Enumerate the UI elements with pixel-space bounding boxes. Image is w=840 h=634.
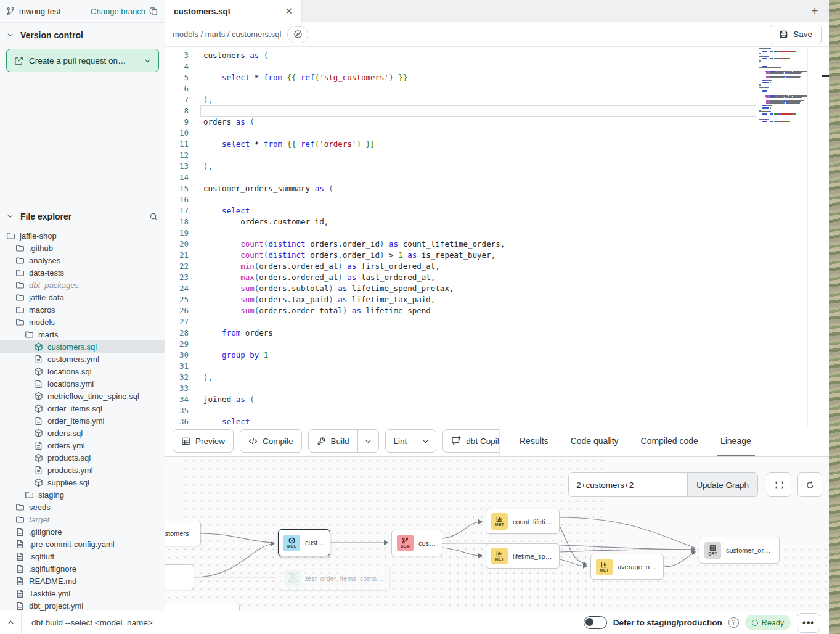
code-line-27[interactable]: 27	[165, 316, 759, 327]
lineage-node-lifetime_spend_pretax[interactable]: METlifetime_spend_pretax	[486, 543, 560, 569]
tree-item-marts[interactable]: marts	[0, 328, 165, 340]
code-line-6[interactable]: 6	[165, 83, 759, 94]
help-icon[interactable]: ?	[728, 617, 739, 628]
code-line-29[interactable]: 29	[165, 339, 759, 350]
tree-item-locations.yml[interactable]: locations.yml	[0, 377, 165, 390]
code-line-19[interactable]: 19	[165, 228, 759, 239]
tab-code-quality[interactable]: Code quality	[571, 426, 619, 456]
save-button[interactable]: Save	[770, 25, 822, 44]
more-options-button[interactable]: •••	[797, 613, 820, 633]
tree-item-seeds[interactable]: seeds	[0, 501, 165, 513]
code-line-11[interactable]: 11 select * from {{ ref('orders') }}	[165, 139, 759, 150]
dbt-command-input[interactable]: dbt build --select <model_name>	[31, 618, 584, 627]
lineage-node-part[interactable]	[165, 603, 240, 611]
fullscreen-button[interactable]	[767, 472, 791, 497]
lint-button[interactable]: Lint	[385, 429, 437, 453]
lineage-node-stg_customers[interactable]: stg_customers	[165, 521, 201, 546]
create-pr-button[interactable]: Create a pull request on Git...	[6, 49, 159, 72]
refresh-button[interactable]	[797, 472, 822, 497]
code-line-26[interactable]: 26 sum(orders.order_total) as lifetime_s…	[165, 305, 759, 316]
compile-button[interactable]: Compile	[240, 429, 302, 453]
code-line-25[interactable]: 25 sum(orders.tax_paid) as lifetime_tax_…	[165, 294, 759, 305]
tree-item-Taskfile.yml[interactable]: Taskfile.yml	[0, 587, 165, 599]
tab-results[interactable]: Results	[520, 426, 548, 456]
tree-item-data-tests[interactable]: data-tests	[0, 266, 165, 279]
chevron-down-icon[interactable]	[6, 212, 15, 221]
tree-item-customers.yml[interactable]: customers.yml	[0, 353, 165, 365]
minimap[interactable]	[759, 48, 807, 123]
tab-lineage[interactable]: Lineage	[720, 426, 751, 456]
scrollbar-thumb[interactable]	[822, 75, 829, 77]
tree-item-dbt_project.yml[interactable]: dbt_project.yml	[0, 599, 165, 611]
code-line-33[interactable]: 33	[165, 383, 759, 394]
tree-item-.sqlfluff[interactable]: .sqlfluff	[0, 550, 165, 562]
build-dropdown-caret[interactable]	[357, 430, 378, 452]
tree-item-customers.sql[interactable]: customers.sql	[0, 340, 165, 353]
tree-item-orders.sql[interactable]: orders.sql	[0, 427, 165, 439]
pr-dropdown-caret[interactable]	[136, 49, 158, 72]
tree-item-order_items.yml[interactable]: order_items.yml	[0, 414, 165, 427]
code-line-24[interactable]: 24 sum(orders.subtotal) as lifetime_spen…	[165, 283, 759, 294]
change-branch-link[interactable]: Change branch	[91, 7, 145, 16]
search-icon[interactable]	[149, 212, 158, 221]
update-graph-button[interactable]: Update Graph	[687, 473, 757, 496]
lineage-selector-input[interactable]	[569, 473, 687, 496]
tree-item-models[interactable]: models	[0, 316, 165, 328]
tree-item-target[interactable]: target	[0, 513, 165, 525]
expand-terminal-caret-icon[interactable]	[0, 611, 22, 634]
code-line-4[interactable]: 4	[165, 61, 759, 72]
code-line-34[interactable]: 34joined as (	[165, 394, 759, 405]
tree-item-.gitignore[interactable]: .gitignore	[0, 525, 165, 538]
lineage-node-customer_order_metrics[interactable]: QRYcustomer_order_metrics	[699, 537, 780, 564]
code-line-12[interactable]: 12	[165, 150, 759, 161]
lineage-node-customers[interactable]: SEMcustomers	[391, 530, 442, 556]
tree-item-staging[interactable]: staging	[0, 488, 165, 501]
lineage-node-test_order_items_compute_to_bools...[interactable]: TSTtest_order_items_compute_to_bools...	[279, 566, 390, 591]
code-line-16[interactable]: 16	[165, 194, 759, 205]
tree-item-analyses[interactable]: analyses	[0, 254, 165, 266]
tree-item-README.md[interactable]: README.md	[0, 575, 165, 587]
tree-item-dbt_packages[interactable]: dbt_packages	[0, 279, 165, 291]
code-line-8[interactable]: 8	[165, 105, 759, 117]
tree-item-metricflow_time_spine.sql[interactable]: metricflow_time_spine.sql	[0, 390, 165, 402]
lineage-canvas[interactable]: Update Graph stg_customersordersMDLcusto…	[165, 456, 829, 611]
code-line-32[interactable]: 32),	[165, 372, 759, 383]
build-button[interactable]: Build	[308, 429, 379, 453]
code-line-15[interactable]: 15customer_orders_summary as (	[165, 183, 759, 194]
code-line-3[interactable]: 3customers as (	[165, 50, 759, 61]
new-tab-button[interactable]: +	[808, 4, 822, 18]
tree-item-orders.yml[interactable]: orders.yml	[0, 439, 165, 451]
copy-icon[interactable]	[149, 7, 158, 16]
code-line-31[interactable]: 31	[165, 361, 759, 372]
lint-dropdown-caret[interactable]	[415, 430, 436, 452]
code-line-35[interactable]: 35	[165, 405, 759, 416]
tree-item-locations.sql[interactable]: locations.sql	[0, 365, 165, 377]
tree-item-order_items.sql[interactable]: order_items.sql	[0, 402, 165, 414]
code-line-28[interactable]: 28 from orders	[165, 327, 759, 339]
editor-scrollbar[interactable]	[807, 47, 829, 426]
tree-item-macros[interactable]: macros	[0, 303, 165, 316]
code-line-30[interactable]: 30 group by 1	[165, 350, 759, 361]
code-line-10[interactable]: 10	[165, 128, 759, 139]
tree-item-jaffle-shop[interactable]: jaffle-shop	[0, 229, 165, 242]
tree-item-products.yml[interactable]: products.yml	[0, 464, 165, 476]
lineage-node-customers[interactable]: MDLcustomers	[278, 529, 330, 556]
code-line-21[interactable]: 21 count(distinct orders.order_id) > 1 a…	[165, 250, 759, 261]
docs-compass-icon[interactable]	[287, 26, 308, 43]
code-line-17[interactable]: 17 select	[165, 205, 759, 216]
code-line-7[interactable]: 7),	[165, 94, 759, 105]
tree-item-jaffle-data[interactable]: jaffle-data	[0, 291, 165, 303]
tree-item-.pre-commit-config.yaml[interactable]: .pre-commit-config.yaml	[0, 538, 165, 550]
code-editor[interactable]: 3customers as (45 select * from {{ ref('…	[165, 47, 829, 426]
tree-item-.sqlfluffignore[interactable]: .sqlfluffignore	[0, 562, 165, 575]
tab-customers-sql[interactable]: customers.sql ✕	[165, 0, 302, 22]
tree-item-.github[interactable]: .github	[0, 242, 165, 254]
close-icon[interactable]: ✕	[285, 6, 293, 17]
code-line-20[interactable]: 20 count(distinct orders.order_id) as co…	[165, 239, 759, 250]
lineage-node-average_order_value[interactable]: METaverage_order_value	[590, 554, 664, 580]
code-line-5[interactable]: 5 select * from {{ ref('stg_customers') …	[165, 72, 759, 83]
defer-toggle[interactable]	[584, 616, 607, 629]
tree-item-products.sql[interactable]: products.sql	[0, 451, 165, 464]
code-line-23[interactable]: 23 max(orders.ordered_at) as last_ordere…	[165, 272, 759, 283]
code-line-9[interactable]: 9orders as (	[165, 117, 759, 128]
